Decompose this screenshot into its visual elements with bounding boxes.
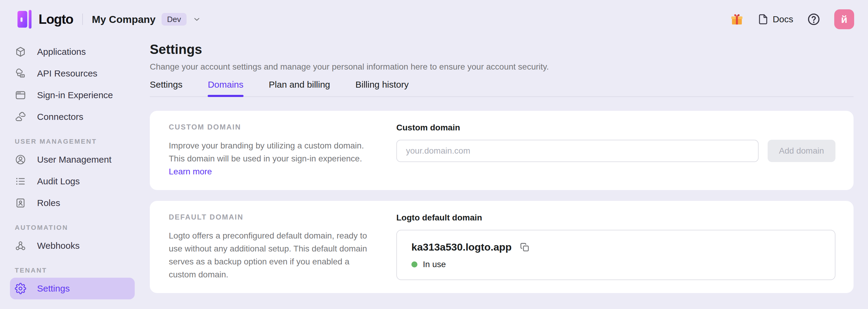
default-domain-description: Logto offers a preconfigured default dom… [169,229,377,281]
topbar: Logto My Company Dev [0,0,868,39]
sidebar: Applications API Resources Sign-in Exper… [0,39,145,309]
tab-bar: Settings Domains Plan and billing Billin… [150,79,854,97]
custom-domain-input-row: Add domain [396,140,835,162]
chevron-down-icon [193,15,201,24]
logto-logo-icon [18,10,32,29]
sidebar-section-tenant: TENANT [10,265,135,276]
tenant-selector[interactable]: My Company Dev [92,13,201,26]
sidebar-item-roles[interactable]: Roles [10,192,135,214]
status-label: In use [423,260,446,269]
default-domain-value: ka313a530.logto.app [411,241,512,253]
sidebar-item-user-management[interactable]: User Management [10,149,135,170]
user-circle-icon [15,154,26,165]
default-domain-box: ka313a530.logto.app In use [396,230,835,280]
default-domain-panel: Logto default domain ka313a530.logto.app… [396,213,835,281]
default-domain-card: DEFAULT DOMAIN Logto offers a preconfigu… [150,201,854,293]
sidebar-item-label: Sign-in Experience [37,90,113,100]
browser-window-icon [15,90,26,101]
copy-icon[interactable] [520,242,530,252]
default-domain-section-label: DEFAULT DOMAIN [169,213,378,221]
default-domain-field-label: Logto default domain [396,213,835,222]
help-icon[interactable] [807,13,820,26]
custom-domain-description: Improve your branding by utilizing a cus… [169,139,377,178]
custom-domain-input[interactable] [396,140,758,162]
list-icon [15,176,26,187]
cloud-resource-icon [15,68,26,79]
learn-more-link[interactable]: Learn more [169,167,212,176]
avatar[interactable]: й [834,9,854,29]
clouds-icon [15,111,26,123]
topbar-actions: Docs й [730,9,854,29]
docs-button[interactable]: Docs [758,14,793,25]
sidebar-item-label: Audit Logs [37,176,80,186]
tab-domains[interactable]: Domains [208,79,243,96]
status-dot-green [411,262,417,268]
page-title: Settings [150,41,854,58]
domain-row: ka313a530.logto.app [411,241,820,253]
sidebar-item-settings[interactable]: Settings [10,278,135,299]
sidebar-item-sign-in-experience[interactable]: Sign-in Experience [10,84,135,106]
sidebar-item-label: API Resources [37,68,97,79]
domain-status: In use [411,260,820,269]
tab-settings[interactable]: Settings [150,79,182,96]
custom-domain-card: CUSTOM DOMAIN Improve your branding by u… [150,111,854,190]
gift-icon[interactable] [730,12,744,26]
sidebar-item-label: Connectors [37,112,83,122]
sidebar-item-audit-logs[interactable]: Audit Logs [10,170,135,192]
cube-icon [15,46,26,58]
id-card-icon [15,197,26,209]
docs-label: Docs [773,14,793,24]
document-icon [758,14,769,25]
sidebar-item-label: Settings [37,283,70,294]
sidebar-item-connectors[interactable]: Connectors [10,106,135,128]
brand-wordmark: Logto [38,12,73,27]
custom-domain-info: CUSTOM DOMAIN Improve your branding by u… [169,123,396,178]
logto-brand: Logto [18,10,73,29]
main-content: Settings Change your account settings an… [145,39,868,309]
sidebar-item-label: Webhooks [37,241,80,251]
default-domain-info: DEFAULT DOMAIN Logto offers a preconfigu… [169,213,396,281]
custom-domain-description-text: Improve your branding by utilizing a cus… [169,141,364,163]
tab-billing-history[interactable]: Billing history [355,79,409,96]
webhook-icon [15,240,26,251]
sidebar-item-label: Applications [37,47,86,57]
add-domain-button[interactable]: Add domain [768,140,835,162]
tab-plan-and-billing[interactable]: Plan and billing [269,79,330,96]
sidebar-item-api-resources[interactable]: API Resources [10,63,135,84]
environment-badge: Dev [161,13,186,26]
page-subtitle: Change your account settings and manage … [150,62,854,72]
custom-domain-field-label: Custom domain [396,123,835,133]
sidebar-item-webhooks[interactable]: Webhooks [10,235,135,256]
topbar-divider [82,13,83,25]
sidebar-section-automation: AUTOMATION [10,222,135,234]
sidebar-section-user-management: USER MANAGEMENT [10,136,135,147]
custom-domain-form: Custom domain Add domain [396,123,835,178]
sidebar-item-applications[interactable]: Applications [10,41,135,63]
sidebar-item-label: Roles [37,198,60,208]
gear-icon [15,283,26,294]
custom-domain-section-label: CUSTOM DOMAIN [169,123,378,131]
tenant-name: My Company [92,13,156,25]
sidebar-item-label: User Management [37,154,112,165]
